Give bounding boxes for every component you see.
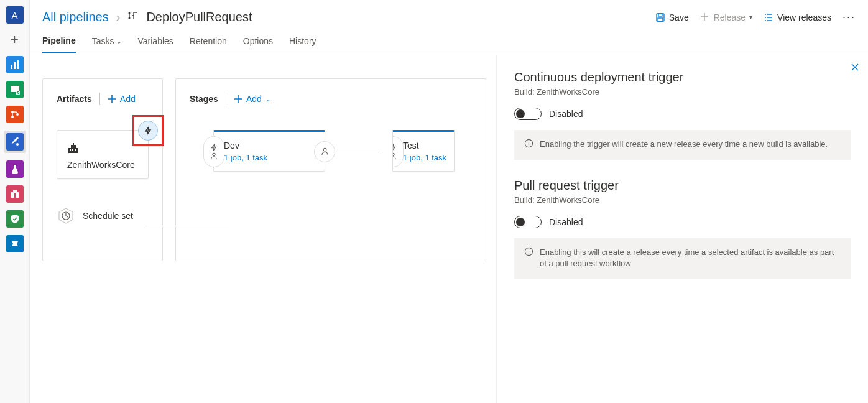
breadcrumb-current: DeployPullRequest bbox=[146, 10, 252, 24]
pr-trigger-info: Enabling this will create a release ever… bbox=[514, 238, 851, 278]
cd-trigger-info-text: Enabling the trigger will create a new r… bbox=[540, 139, 828, 151]
breadcrumb-root[interactable]: All pipelines bbox=[42, 10, 109, 24]
pr-trigger-toggle[interactable] bbox=[514, 216, 542, 228]
view-releases-button[interactable]: View releases bbox=[764, 12, 831, 22]
svg-point-27 bbox=[392, 153, 394, 155]
tab-retention[interactable]: Retention bbox=[190, 29, 227, 53]
svg-point-25 bbox=[213, 153, 215, 155]
info-icon bbox=[524, 139, 533, 151]
svg-rect-1 bbox=[14, 62, 16, 69]
artifacts-nav-icon[interactable] bbox=[6, 185, 24, 203]
tabs: Pipeline Tasks ⌄ Variables Retention Opt… bbox=[30, 29, 868, 53]
extensions-icon[interactable] bbox=[6, 235, 24, 252]
stage-name: Test bbox=[403, 141, 444, 151]
svg-rect-16 bbox=[658, 18, 663, 21]
chevron-down-icon: ⌄ bbox=[265, 96, 270, 103]
artifacts-header: Artifacts bbox=[57, 94, 92, 104]
tab-pipeline[interactable]: Pipeline bbox=[42, 29, 76, 53]
add-stage-label: Add bbox=[246, 94, 262, 104]
chevron-down-icon: ⌄ bbox=[116, 38, 121, 45]
svg-rect-11 bbox=[13, 190, 17, 193]
schedule-label: Schedule set bbox=[83, 211, 133, 221]
security-icon[interactable] bbox=[6, 210, 24, 228]
svg-rect-9 bbox=[11, 192, 14, 198]
add-artifact-label: Add bbox=[120, 94, 136, 104]
tab-variables[interactable]: Variables bbox=[137, 29, 173, 53]
cd-trigger-info: Enabling the trigger will create a new r… bbox=[514, 130, 851, 160]
view-releases-label: View releases bbox=[777, 12, 831, 22]
svg-point-6 bbox=[11, 116, 14, 118]
breadcrumb: All pipelines › DeployPullRequest bbox=[42, 10, 252, 24]
svg-rect-0 bbox=[11, 65, 12, 69]
info-icon bbox=[524, 247, 533, 269]
trigger-flyout: Continuous deployment trigger Build: Zen… bbox=[496, 55, 868, 403]
artifact-card[interactable]: ZenithWorksCore bbox=[57, 130, 149, 179]
test-plans-icon[interactable] bbox=[6, 160, 24, 178]
svg-point-13 bbox=[129, 17, 131, 19]
release-button: Release ▾ bbox=[700, 12, 752, 22]
stage-jobs-link[interactable]: 1 job, 1 task bbox=[403, 153, 444, 162]
divider bbox=[99, 93, 100, 105]
cd-trigger-sub: Build: ZenithWorksCore bbox=[514, 87, 851, 96]
cd-trigger-state: Disabled bbox=[549, 109, 583, 119]
svg-point-12 bbox=[129, 12, 131, 14]
artifact-trigger-button[interactable] bbox=[138, 121, 158, 141]
add-icon[interactable]: + bbox=[6, 31, 24, 49]
nav-rail: A + bbox=[0, 0, 30, 403]
schedule-icon bbox=[57, 206, 75, 225]
svg-point-26 bbox=[323, 148, 326, 151]
pipeline-type-icon bbox=[127, 10, 139, 24]
stages-header: Stages bbox=[190, 94, 218, 104]
svg-rect-22 bbox=[73, 143, 74, 145]
overview-icon[interactable] bbox=[6, 56, 24, 73]
cd-trigger-title: Continuous deployment trigger bbox=[514, 70, 851, 85]
stages-panel: Stages Add ⌄ Dev 1 job, 1 bbox=[175, 78, 486, 261]
connector-line bbox=[336, 151, 380, 151]
stage-post-conditions[interactable] bbox=[314, 141, 335, 162]
boards-icon[interactable] bbox=[6, 81, 24, 98]
schedule-row[interactable]: Schedule set bbox=[57, 206, 149, 225]
project-tile[interactable]: A bbox=[6, 6, 24, 24]
stage-card-dev[interactable]: Dev 1 job, 1 task bbox=[213, 130, 325, 172]
svg-rect-10 bbox=[16, 192, 19, 198]
svg-rect-19 bbox=[72, 149, 73, 151]
pipelines-icon[interactable] bbox=[6, 133, 24, 151]
divider bbox=[226, 93, 226, 105]
pipelines-nav-selected bbox=[4, 131, 26, 153]
artifact-name: ZenithWorksCore bbox=[67, 160, 138, 170]
tab-history[interactable]: History bbox=[289, 29, 316, 53]
add-artifact-button[interactable]: Add bbox=[108, 94, 136, 104]
build-icon bbox=[67, 143, 138, 156]
save-button[interactable]: Save bbox=[655, 12, 689, 22]
stage-jobs-link[interactable]: 1 job, 1 task bbox=[224, 153, 315, 162]
pr-trigger-sub: Build: ZenithWorksCore bbox=[514, 195, 851, 205]
more-actions-button[interactable]: ··· bbox=[843, 11, 856, 24]
chevron-right-icon: › bbox=[116, 10, 121, 24]
plus-icon bbox=[700, 12, 710, 22]
repos-icon[interactable] bbox=[6, 106, 24, 123]
svg-rect-21 bbox=[71, 145, 76, 148]
save-label: Save bbox=[669, 12, 689, 22]
artifacts-panel: Artifacts Add ZenithWorksCore bbox=[42, 78, 163, 261]
tab-tasks[interactable]: Tasks ⌄ bbox=[92, 29, 122, 53]
close-button[interactable] bbox=[851, 63, 859, 73]
stage-card-test[interactable]: Test 1 job, 1 task bbox=[392, 130, 455, 172]
svg-rect-20 bbox=[75, 149, 76, 151]
cd-trigger-toggle[interactable] bbox=[514, 108, 542, 120]
release-label: Release bbox=[714, 12, 746, 22]
svg-point-8 bbox=[16, 143, 19, 146]
svg-rect-2 bbox=[17, 60, 19, 69]
pr-trigger-info-text: Enabling this will create a release ever… bbox=[540, 247, 841, 269]
tab-options[interactable]: Options bbox=[243, 29, 273, 53]
svg-rect-15 bbox=[658, 14, 662, 16]
header: All pipelines › DeployPullRequest Save R… bbox=[30, 0, 868, 29]
pr-trigger-title: Pull request trigger bbox=[514, 178, 851, 193]
pr-trigger-state: Disabled bbox=[549, 217, 583, 227]
add-stage-button[interactable]: Add ⌄ bbox=[234, 94, 270, 104]
save-icon bbox=[655, 12, 665, 22]
stage-name: Dev bbox=[224, 141, 315, 151]
stage-pre-conditions[interactable] bbox=[203, 136, 224, 167]
chevron-down-icon: ▾ bbox=[749, 14, 752, 21]
tab-tasks-label: Tasks bbox=[92, 36, 114, 46]
list-icon bbox=[764, 12, 773, 22]
